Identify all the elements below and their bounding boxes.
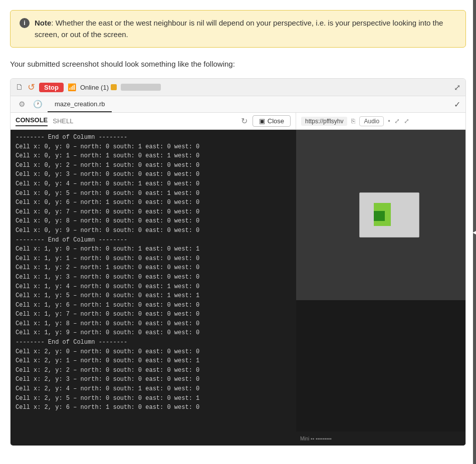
external-link-icon[interactable]: ⤢ [394, 117, 400, 125]
console-line-22: -------- End of Column -------- [16, 338, 291, 347]
console-line-16: Cell x: 1, y: 4 – north: 0 south: 0 east… [16, 282, 291, 292]
checkmark-icon[interactable]: ✓ [454, 100, 460, 109]
monitor-icon: ▣ [259, 117, 265, 125]
console-line-17: Cell x: 1, y: 5 – north: 0 south: 0 east… [16, 291, 291, 301]
note-text: Note: Whether the east or the west neigh… [35, 18, 456, 40]
file-icon[interactable]: 🗋 [16, 83, 24, 92]
console-panel: -------- End of Column -------- Cell x: … [11, 130, 296, 445]
console-line-0: -------- End of Column -------- [16, 133, 291, 142]
status-dot [111, 84, 117, 90]
resize-icon[interactable]: ⤢ [404, 117, 409, 125]
console-line-4: Cell x: 0, y: 3 – north: 0 south: 0 east… [16, 170, 291, 179]
console-line-21: Cell x: 1, y: 9 – north: 0 south: 0 east… [16, 328, 291, 338]
console-line-27: Cell x: 2, y: 4 – north: 0 south: 1 east… [16, 384, 291, 394]
console-tab[interactable]: CONSOLE [16, 116, 48, 126]
clock-tab-icon[interactable]: 🕐 [30, 96, 46, 112]
console-line-7: Cell x: 0, y: 6 – north: 1 south: 0 east… [16, 198, 291, 207]
console-line-6: Cell x: 0, y: 5 – north: 0 south: 0 east… [16, 189, 291, 198]
console-line-5: Cell x: 0, y: 4 – north: 0 south: 1 east… [16, 179, 291, 189]
right-bottom-panel: Mini ▪▪ ▪▪▪▪▪▪▪▪▪ [296, 300, 465, 445]
console-line-3: Cell x: 0, y: 2 – north: 1 south: 0 east… [16, 161, 291, 170]
main-content: -------- End of Column -------- Cell x: … [11, 130, 465, 445]
console-line-8: Cell x: 0, y: 7 – north: 0 south: 0 east… [16, 207, 291, 217]
console-line-10: Cell x: 0, y: 9 – north: 0 south: 0 east… [16, 226, 291, 236]
console-line-13: Cell x: 1, y: 1 – north: 0 south: 0 east… [16, 254, 291, 264]
note-box: i Note: Whether the east or the west nei… [10, 10, 466, 48]
console-line-15: Cell x: 1, y: 3 – north: 0 south: 0 east… [16, 273, 291, 282]
console-line-20: Cell x: 1, y: 8 – north: 0 south: 0 east… [16, 319, 291, 329]
audio-button[interactable]: Audio [359, 116, 384, 126]
url-display[interactable]: https://pfflsyhv [301, 117, 347, 126]
console-line-24: Cell x: 2, y: 1 – north: 0 south: 0 east… [16, 356, 291, 366]
description-text: Your submitted screenshot should look so… [10, 60, 466, 68]
right-panel: ◀ Mini ▪▪ ▪▪▪▪▪▪▪▪▪ [296, 130, 465, 445]
console-url-row: CONSOLE SHELL ↻ ▣ Close https://pfflsyhv… [11, 113, 465, 130]
screenshot-wrapper: 🗋 ↺ Stop 📶 Online (1) ⤢ ⚙ 🕐 maze_creatio… [10, 78, 466, 446]
game-preview-window [359, 192, 419, 238]
expand-icon[interactable]: ⤢ [454, 83, 460, 92]
top-toolbar: 🗋 ↺ Stop 📶 Online (1) ⤢ [11, 79, 465, 96]
copy-icon[interactable]: ⎘ [351, 117, 355, 125]
console-line-26: Cell x: 2, y: 3 – north: 0 south: 0 east… [16, 375, 291, 384]
game-canvas [360, 193, 419, 237]
wifi-icon: 📶 [68, 83, 76, 91]
url-bar-section: https://pfflsyhv ⎘ Audio • ⤢ ⤢ [296, 114, 465, 129]
user-bar [121, 84, 161, 91]
dark-block [374, 211, 385, 221]
console-line-14: Cell x: 1, y: 2 – north: 1 south: 0 east… [16, 263, 291, 273]
back-icon[interactable]: ↺ [28, 82, 35, 93]
console-line-2: Cell x: 0, y: 1 – north: 1 south: 0 east… [16, 151, 291, 161]
console-line-18: Cell x: 1, y: 6 – north: 1 south: 0 east… [16, 301, 291, 310]
console-line-28: Cell x: 2, y: 5 – north: 0 south: 0 east… [16, 394, 291, 403]
console-line-25: Cell x: 2, y: 2 – north: 0 south: 0 east… [16, 366, 291, 375]
refresh-icon[interactable]: ↻ [241, 116, 248, 126]
shell-tab[interactable]: SHELL [53, 117, 73, 125]
stop-button[interactable]: Stop [39, 83, 64, 92]
dot-icon: • [388, 117, 390, 125]
console-line-11: -------- End of Column -------- [16, 236, 291, 245]
console-tabs-section: CONSOLE SHELL ↻ ▣ Close [11, 113, 296, 129]
bottom-bar-text: Mini ▪▪ ▪▪▪▪▪▪▪▪▪ [300, 436, 332, 441]
tab-bar: ⚙ 🕐 maze_creation.rb ✓ [11, 96, 465, 113]
right-top-panel [296, 130, 465, 300]
console-output: -------- End of Column -------- Cell x: … [16, 133, 291, 412]
console-line-9: Cell x: 0, y: 8 – north: 0 south: 0 east… [16, 216, 291, 226]
online-badge: Online (1) [80, 84, 117, 91]
info-icon: i [20, 18, 30, 28]
gear-tab-icon[interactable]: ⚙ [16, 96, 28, 112]
console-line-23: Cell x: 2, y: 0 – north: 0 south: 0 east… [16, 347, 291, 357]
tab-file[interactable]: maze_creation.rb [48, 97, 112, 112]
close-button[interactable]: ▣ Close [253, 115, 291, 127]
console-line-12: Cell x: 1, y: 0 – north: 0 south: 1 east… [16, 245, 291, 254]
console-line-1: Cell x: 0, y: 0 – north: 0 south: 1 east… [16, 142, 291, 152]
console-line-19: Cell x: 1, y: 7 – north: 0 south: 0 east… [16, 310, 291, 319]
bottom-mini-bar: Mini ▪▪ ▪▪▪▪▪▪▪▪▪ [296, 431, 465, 445]
console-line-29: Cell x: 2, y: 6 – north: 1 south: 0 east… [16, 403, 291, 412]
